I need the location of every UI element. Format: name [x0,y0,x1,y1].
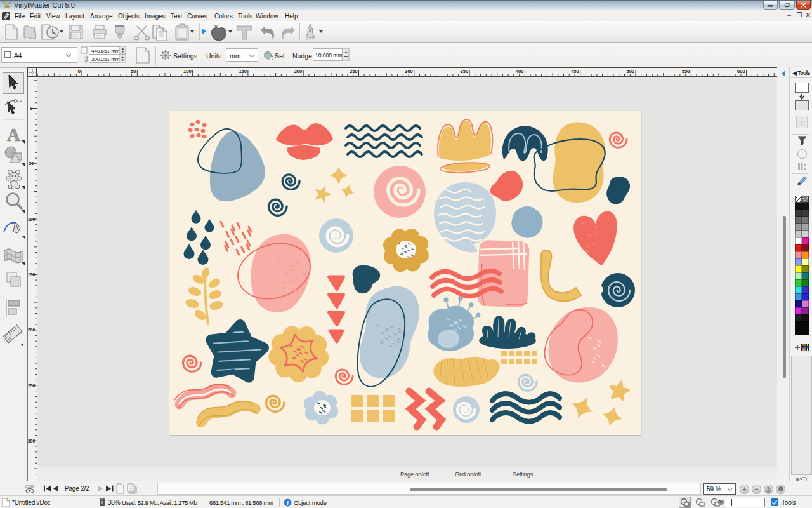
svg-text:500: 500 [626,69,634,74]
svg-text:600: 600 [737,69,745,74]
svg-text:250: 250 [350,69,358,74]
svg-text:0: 0 [78,69,81,74]
svg-text:150: 150 [28,272,35,277]
svg-text:350: 350 [461,69,469,74]
svg-text:550: 550 [682,69,690,74]
svg-text:0: 0 [30,106,33,110]
svg-text:200: 200 [28,328,35,332]
svg-text:250: 250 [28,384,35,388]
svg-text:450: 450 [571,69,579,74]
svg-text:300: 300 [28,439,35,443]
svg-text:300: 300 [405,69,413,74]
svg-text:150: 150 [239,69,247,74]
svg-text:200: 200 [294,69,303,74]
svg-text:A: A [7,124,20,145]
svg-text:50: 50 [29,161,34,166]
svg-text:100: 100 [183,69,192,74]
svg-text:50: 50 [131,69,136,74]
svg-text:100: 100 [28,217,35,222]
svg-text:400: 400 [516,69,524,74]
